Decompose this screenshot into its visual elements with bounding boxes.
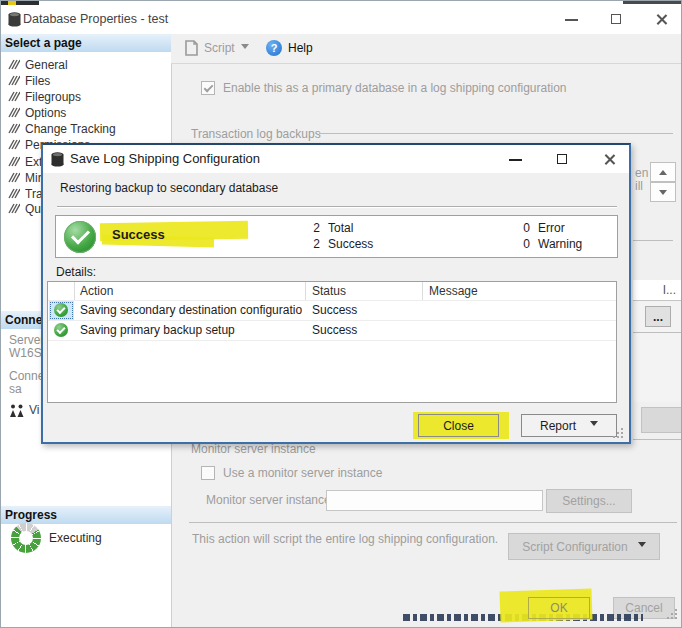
down-arrow-icon — [659, 190, 667, 199]
total-label: Total — [328, 221, 353, 235]
progress-status: Executing — [49, 531, 102, 545]
report-button[interactable]: Report — [521, 414, 617, 437]
modal-titlebar: Save Log Shipping Configuration — [43, 145, 629, 173]
use-monitor-checkbox[interactable] — [201, 466, 215, 480]
group-line-fragment — [633, 240, 673, 241]
minimize-button[interactable] — [551, 5, 593, 34]
browse-ellipsis-button[interactable]: ... — [645, 306, 671, 327]
grid-fragment: I... ... — [633, 280, 682, 402]
page-icon — [7, 59, 20, 70]
row-divider — [48, 340, 616, 341]
page-icon — [7, 75, 20, 86]
sidebar-item-filegroups[interactable]: Filegroups — [7, 89, 81, 104]
partial-hidden-button[interactable] — [641, 407, 682, 433]
page-icon — [7, 91, 20, 102]
progress-header: Progress — [1, 506, 171, 524]
details-label: Details: — [56, 265, 96, 279]
error-count: 0 — [516, 221, 530, 235]
page-icon — [7, 107, 20, 118]
total-count: 2 — [306, 221, 320, 235]
ok-button[interactable]: OK — [528, 597, 590, 619]
row-success-icon — [54, 303, 68, 317]
maximize-button[interactable] — [596, 5, 638, 34]
close-icon — [655, 13, 668, 26]
use-monitor-label: Use a monitor server instance — [223, 466, 382, 480]
settings-button[interactable]: Settings... — [546, 489, 632, 513]
page-icon — [7, 156, 20, 167]
help-button[interactable]: ? Help — [266, 40, 313, 56]
script-configuration-button[interactable]: Script Configuration — [508, 533, 660, 560]
grid-row-line — [633, 332, 682, 333]
connection-label: Conne — [9, 369, 44, 383]
modal-close-action-button[interactable]: Close — [418, 414, 499, 437]
up-arrow-icon — [659, 166, 667, 175]
sidebar-item-options[interactable]: Options — [7, 105, 66, 120]
modal-message: Restoring backup to secondary database — [60, 181, 278, 195]
sidebar-item-files[interactable]: Files — [7, 73, 50, 88]
success-label: Success — [328, 237, 373, 251]
text-fragment-en: en — [635, 166, 648, 180]
database-icon — [8, 12, 21, 27]
column-divider — [74, 282, 75, 300]
page-icon — [7, 188, 20, 199]
warning-label: Warning — [538, 237, 582, 251]
modal-minimize-button[interactable] — [498, 145, 534, 173]
minimize-icon — [565, 19, 578, 21]
sidebar-item-change-tracking[interactable]: Change Tracking — [7, 121, 116, 136]
column-header-status[interactable]: Status — [312, 282, 346, 300]
modal-maximize-button[interactable] — [545, 145, 581, 173]
script-note: This action will script the entire log s… — [192, 532, 498, 546]
dialog-toolbar: Script ? Help — [171, 34, 682, 64]
database-properties-window: Database Properties - test Select a page… — [0, 0, 682, 628]
text-fragment-ill: ill — [635, 179, 643, 193]
error-label: Error — [538, 221, 565, 235]
modal-resize-grip[interactable] — [613, 436, 615, 438]
window-resize-grip[interactable] — [667, 617, 669, 619]
script-dropdown-caret[interactable] — [241, 44, 249, 53]
close-button[interactable] — [641, 5, 682, 34]
column-divider — [422, 282, 423, 300]
monitor-instance-label: Monitor server instance — [206, 493, 331, 507]
page-icon — [7, 123, 20, 134]
sidebar-item-general[interactable]: General — [7, 57, 68, 72]
spin-up-button[interactable] — [650, 162, 676, 182]
enable-primary-checkbox[interactable] — [201, 81, 215, 95]
progress-spinner-icon — [11, 523, 41, 553]
grid-column-header[interactable]: I... — [633, 280, 682, 301]
help-icon: ? — [266, 40, 282, 56]
warning-count: 0 — [516, 237, 530, 251]
modal-close-button[interactable] — [591, 145, 627, 173]
status-text: Success — [112, 227, 165, 242]
group-line-fragment2 — [633, 439, 681, 440]
column-header-action[interactable]: Action — [80, 282, 113, 300]
maximize-icon — [611, 14, 621, 24]
monitor-instance-input[interactable] — [326, 490, 543, 511]
success-check-icon — [64, 221, 96, 253]
view-connection-properties[interactable]: Vi — [9, 403, 39, 417]
select-a-page-header: Select a page — [1, 34, 171, 52]
group-line — [319, 133, 673, 134]
window-title: Database Properties - test — [23, 12, 168, 26]
page-icon — [7, 139, 20, 150]
separator-line — [189, 522, 677, 523]
script-config-caret-icon — [638, 542, 646, 551]
sidebar-item-mirroring[interactable]: Mirr — [7, 170, 46, 185]
people-icon — [9, 404, 25, 417]
status-panel: Success 2 Total 2 Success 0 Error 0 Warn… — [55, 215, 618, 258]
column-divider — [305, 282, 306, 300]
modal-title: Save Log Shipping Configuration — [70, 151, 260, 166]
close-icon — [603, 153, 616, 166]
page-icon — [7, 203, 20, 214]
success-count: 2 — [306, 237, 320, 251]
column-header-message[interactable]: Message — [429, 282, 478, 300]
modal-separator — [57, 206, 617, 208]
maximize-icon — [557, 154, 567, 164]
report-dropdown-caret-icon — [590, 421, 598, 430]
database-icon — [51, 152, 64, 167]
spin-down-button[interactable] — [650, 182, 676, 202]
script-button[interactable]: Script — [183, 40, 249, 56]
page-icon — [7, 172, 20, 183]
enable-primary-label: Enable this as a primary database in a l… — [223, 81, 567, 95]
transaction-log-backups-group-label: Transaction log backups — [191, 127, 321, 141]
minimize-icon — [509, 159, 522, 161]
